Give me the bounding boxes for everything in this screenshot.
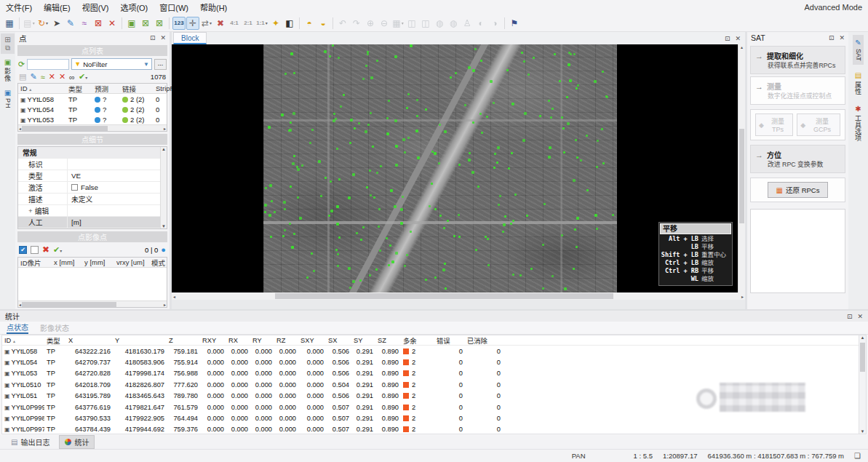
rtab-sat[interactable]: ✎SAT — [853, 35, 864, 65]
delete-point-box-icon[interactable]: ⊠ — [92, 17, 105, 30]
tie-point[interactable] — [370, 194, 372, 196]
tab-points[interactable]: ⊞⧉ — [1, 33, 15, 54]
tie-point[interactable] — [264, 204, 267, 207]
tie-point[interactable] — [549, 146, 552, 149]
delete-measurement-icon[interactable]: ✖ — [42, 244, 49, 255]
tie-point[interactable] — [330, 210, 333, 212]
tie-point[interactable] — [563, 151, 565, 154]
tie-point[interactable] — [510, 223, 512, 225]
tie-point[interactable] — [497, 146, 500, 149]
tie-point[interactable] — [290, 186, 292, 188]
tie-point[interactable] — [311, 129, 314, 131]
tie-point[interactable] — [350, 119, 353, 122]
tie-point[interactable] — [337, 265, 339, 267]
image-remove-icon[interactable]: ⊠ — [139, 17, 152, 30]
tie-point[interactable] — [502, 231, 504, 233]
viewer-vscrollbar[interactable]: ▴ — [738, 44, 745, 292]
stats-column-8[interactable]: RZ — [274, 337, 298, 344]
tie-point[interactable] — [416, 99, 418, 101]
tie-point[interactable] — [365, 65, 367, 67]
stats-column-2[interactable]: X — [66, 337, 113, 344]
digitize-pen-icon[interactable]: ✎ — [64, 17, 77, 30]
tie-point[interactable] — [404, 151, 406, 154]
tie-point[interactable] — [264, 211, 266, 213]
grid-mode-icon[interactable]: ▦▾ — [391, 17, 405, 30]
tab-output-log[interactable]: ▤输出日志 — [5, 435, 55, 449]
tie-point[interactable] — [340, 105, 342, 108]
ip-column-1[interactable]: x [mm] — [52, 258, 82, 266]
tie-point[interactable] — [443, 227, 445, 229]
tie-point[interactable] — [335, 249, 338, 251]
tie-point[interactable] — [328, 215, 330, 217]
stats-column-1[interactable]: 类型 — [44, 335, 66, 346]
stats-column-15[interactable]: 已消除 — [465, 335, 503, 346]
check-filter-icon[interactable]: ✔▾ — [79, 72, 87, 81]
tie-point[interactable] — [370, 112, 372, 114]
tie-point[interactable] — [380, 165, 382, 167]
tie-point[interactable] — [394, 55, 397, 58]
tab-ph[interactable]: ▣PH — [1, 87, 15, 111]
tie-point[interactable] — [369, 170, 371, 172]
tie-point[interactable] — [343, 94, 345, 96]
rtab-properties[interactable]: ▤属性 — [852, 68, 864, 98]
stats-row[interactable]: ▣YYtL054TP642709.7374180583.906755.9140.… — [2, 357, 866, 367]
tie-point[interactable] — [570, 53, 572, 55]
tie-point[interactable] — [605, 95, 608, 97]
viewer-hscrollbar[interactable]: ◂▸ — [172, 292, 745, 300]
tie-point[interactable] — [336, 205, 339, 208]
tie-point[interactable] — [415, 130, 418, 132]
tie-point[interactable] — [265, 187, 267, 189]
tie-point[interactable] — [577, 84, 579, 87]
tie-point[interactable] — [395, 164, 398, 167]
detail-row-1[interactable]: 标识 — [18, 159, 167, 170]
tie-point[interactable] — [564, 287, 567, 290]
tie-point[interactable] — [271, 200, 273, 202]
detail-row-4[interactable]: 描述未定义 — [18, 194, 167, 205]
tie-point[interactable] — [568, 63, 570, 66]
key-icon[interactable]: ✦ — [269, 17, 282, 30]
tie-point[interactable] — [376, 172, 378, 174]
tie-point[interactable] — [301, 164, 303, 167]
tie-point[interactable] — [499, 195, 501, 197]
unlock-icon[interactable]: ◓ — [303, 17, 316, 30]
tie-point[interactable] — [416, 115, 418, 117]
tie-point[interactable] — [320, 195, 322, 197]
tie-point[interactable] — [366, 186, 368, 188]
tie-point[interactable] — [268, 214, 271, 217]
tie-point[interactable] — [475, 249, 477, 251]
tie-point[interactable] — [526, 215, 528, 217]
tie-point[interactable] — [349, 287, 351, 289]
tie-point[interactable] — [372, 146, 374, 148]
tie-point[interactable] — [521, 52, 523, 54]
tie-point[interactable] — [444, 130, 447, 133]
edit-form-icon[interactable]: ▤ — [19, 72, 26, 81]
tie-point[interactable] — [376, 60, 378, 62]
tie-point[interactable] — [338, 236, 341, 239]
tie-point[interactable] — [284, 229, 286, 231]
globe-a-icon[interactable]: ◐ — [474, 17, 487, 30]
tie-point[interactable] — [508, 167, 510, 170]
stats-row[interactable]: ▣YYtL0P998TP643790.5334179922.905764.494… — [2, 413, 866, 423]
tie-point[interactable] — [472, 69, 475, 72]
tie-point[interactable] — [472, 122, 474, 124]
tie-point[interactable] — [297, 196, 299, 199]
tie-point[interactable] — [442, 268, 445, 271]
tie-point[interactable] — [514, 194, 517, 196]
ip-column-2[interactable]: y [mm] — [82, 258, 114, 266]
tie-point[interactable] — [586, 135, 588, 137]
stats-tab-0[interactable]: 点状态 — [7, 322, 28, 334]
tie-point[interactable] — [359, 279, 362, 282]
tie-point[interactable] — [406, 107, 408, 109]
lock-icon[interactable]: ◒ — [316, 17, 330, 30]
step-orientation[interactable]: → 方位改进 RPC 变换参数 — [750, 145, 845, 173]
undo-view-icon[interactable]: ↶ — [336, 17, 349, 30]
tie-point[interactable] — [269, 184, 272, 187]
menu-item-0[interactable]: 文件(F) — [6, 1, 32, 13]
tie-point[interactable] — [293, 233, 295, 235]
tie-point[interactable] — [561, 116, 563, 119]
tie-point[interactable] — [439, 215, 442, 217]
tie-point[interactable] — [434, 208, 437, 210]
stats-column-7[interactable]: RY — [250, 337, 274, 344]
image-remove-all-icon[interactable]: ⊠ — [153, 17, 166, 30]
tie-point[interactable] — [561, 234, 563, 236]
